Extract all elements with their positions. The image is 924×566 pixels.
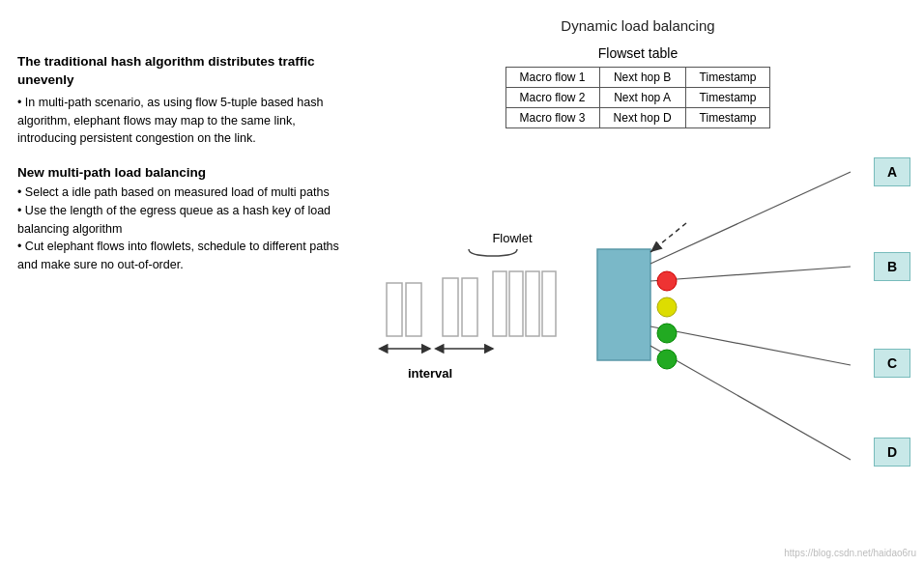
dest-box-b: B (874, 252, 910, 281)
flowset-cell: Timestamp (685, 68, 770, 88)
pkt3-1 (493, 271, 506, 336)
diagram-area: Flowlet (358, 138, 918, 467)
flowlet-brace (469, 249, 517, 256)
dot-green1 (657, 324, 677, 343)
flowlet-text: Flowlet (492, 231, 533, 245)
diagram-title: Dynamic load balancing (358, 17, 918, 34)
flowset-cell: Macro flow 2 (505, 88, 599, 108)
section1-title: The traditional hash algorithm distribut… (17, 53, 346, 90)
line-to-a (650, 172, 851, 264)
dest-box-a: A (874, 157, 910, 186)
router-box (597, 249, 650, 360)
pkt2-2 (462, 278, 477, 336)
dot-red (657, 271, 677, 291)
flowset-cell: Macro flow 1 (505, 68, 599, 88)
section1-body: • In multi-path scenario, as using flow … (17, 94, 346, 148)
dest-box-c: C (874, 349, 910, 378)
pkt3-2 (509, 271, 523, 336)
flowset-cell: Timestamp (685, 88, 770, 108)
flowset-title: Flowset table (358, 45, 918, 61)
section2-body: • Select a idle path based on measured l… (17, 184, 346, 274)
left-panel: The traditional hash algorithm distribut… (17, 53, 346, 292)
section2-title: New multi-path load balancing (17, 165, 346, 180)
pkt3-3 (526, 271, 539, 336)
pkt2-1 (443, 278, 458, 336)
pkt3-4 (542, 271, 556, 336)
interval-label-svg: interval (408, 366, 452, 381)
watermark: https://blog.csdn.net/haidao6ru (784, 548, 916, 558)
flowset-cell: Next hop B (599, 68, 685, 88)
right-panel: Dynamic load balancing Flowset table Mac… (358, 17, 918, 467)
flowset-cell: Timestamp (685, 108, 770, 128)
pkt1-1 (387, 283, 402, 336)
flowset-cell: Macro flow 3 (505, 108, 599, 128)
dot-yellow (657, 297, 677, 317)
flowset-cell: Next hop A (599, 88, 685, 108)
dest-box-d: D (874, 438, 910, 467)
dashed-arrow (650, 223, 686, 252)
line-to-c (650, 326, 851, 365)
line-to-d (650, 346, 851, 460)
line-to-b (650, 267, 851, 281)
dot-green2 (657, 350, 677, 369)
pkt1-2 (406, 283, 421, 336)
diagram-svg: Flowlet (358, 138, 918, 467)
flowset-cell: Next hop D (599, 108, 685, 128)
flowset-section: Flowset table Macro flow 1Next hop BTime… (358, 45, 918, 128)
flowset-table: Macro flow 1Next hop BTimestampMacro flo… (505, 67, 771, 128)
